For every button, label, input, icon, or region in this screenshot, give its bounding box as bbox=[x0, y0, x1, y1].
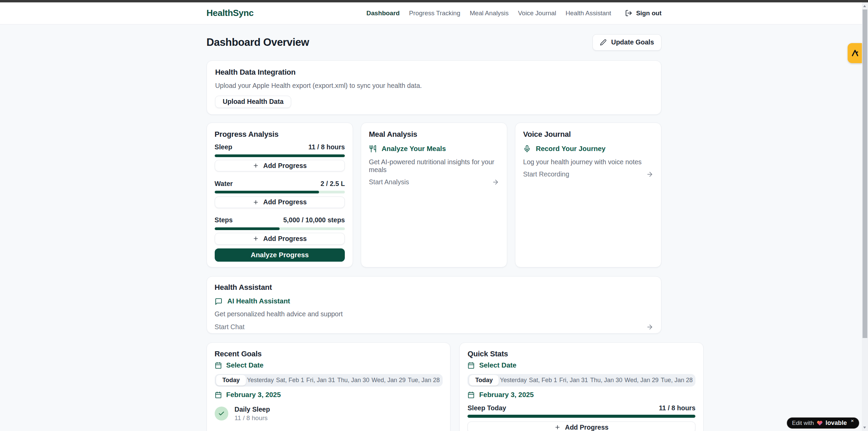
meal-analysis-card: Meal Analysis Analyze Your Meals Get AI-… bbox=[361, 123, 507, 267]
scrollbar-up-arrow[interactable] bbox=[863, 5, 866, 7]
tab-today[interactable]: Today bbox=[216, 375, 246, 386]
recent-goals-selected-date[interactable]: February 3, 2025 bbox=[215, 391, 443, 399]
analyze-your-meals-link[interactable]: Analyze Your Meals bbox=[369, 145, 499, 153]
tab-yesterday[interactable]: Yesterday bbox=[499, 375, 528, 386]
scrollbar-down-arrow[interactable] bbox=[863, 427, 866, 429]
plus-icon bbox=[554, 424, 561, 430]
tab-fri-jan-31[interactable]: Fri, Jan 31 bbox=[558, 375, 589, 386]
calendar-icon bbox=[467, 362, 475, 369]
sleep-today-progress-bar bbox=[467, 415, 695, 417]
health-assistant-title: Health Assistant bbox=[215, 283, 654, 292]
scrollbar-thumb[interactable] bbox=[863, 10, 868, 338]
tab-wed-jan-29[interactable]: Wed, Jan 29 bbox=[371, 375, 407, 386]
arrow-right-icon bbox=[492, 179, 499, 186]
sleep-value: 11 / 8 hours bbox=[308, 143, 345, 151]
tab-tue-jan-28[interactable]: Tue, Jan 28 bbox=[407, 375, 441, 386]
update-goals-button[interactable]: Update Goals bbox=[592, 34, 661, 51]
nav-health-assistant[interactable]: Health Assistant bbox=[566, 10, 611, 17]
check-icon bbox=[218, 410, 225, 417]
steps-value: 5,000 / 10,000 steps bbox=[283, 216, 345, 224]
sleep-add-progress-button[interactable]: Add Progress bbox=[215, 160, 345, 171]
tab-sat-feb-1[interactable]: Sat, Feb 1 bbox=[528, 375, 558, 386]
health-data-integration-card: Health Data Integration Upload your Appl… bbox=[207, 60, 661, 115]
sign-out-label: Sign out bbox=[636, 10, 661, 17]
health-assistant-card: Health Assistant AI Health Assistant Get… bbox=[207, 276, 661, 334]
tab-fri-jan-31[interactable]: Fri, Jan 31 bbox=[305, 375, 336, 386]
nav-dashboard[interactable]: Dashboard bbox=[367, 10, 400, 17]
progress-analysis-title: Progress Analysis bbox=[215, 130, 345, 139]
tab-wed-jan-29[interactable]: Wed, Jan 29 bbox=[623, 375, 660, 386]
utensils-icon bbox=[369, 145, 377, 153]
steps-add-progress-button[interactable]: Add Progress bbox=[215, 233, 345, 244]
microphone-icon bbox=[523, 145, 531, 153]
recent-goals-select-date[interactable]: Select Date bbox=[215, 361, 443, 369]
meal-analysis-description: Get AI-powered nutritional insights for … bbox=[369, 158, 499, 174]
goal-name: Daily Sleep bbox=[234, 406, 270, 413]
sign-out-button[interactable]: Sign out bbox=[625, 10, 661, 17]
quick-stats-selected-date[interactable]: February 3, 2025 bbox=[467, 391, 695, 399]
nav-progress-tracking[interactable]: Progress Tracking bbox=[409, 10, 460, 17]
main-content: Dashboard Overview Update Goals Health D… bbox=[0, 24, 868, 431]
quick-stats-card: Quick Stats Select Date Today Yesterday … bbox=[459, 342, 704, 431]
upload-health-data-button[interactable]: Upload Health Data bbox=[215, 96, 291, 108]
side-extension-badge[interactable] bbox=[848, 43, 862, 63]
quick-stats-date-tabs: Today Yesterday Sat, Feb 1 Fri, Jan 31 T… bbox=[467, 374, 695, 387]
record-your-journey-link[interactable]: Record Your Journey bbox=[523, 145, 654, 153]
water-add-progress-button[interactable]: Add Progress bbox=[215, 196, 345, 208]
nav-meal-analysis[interactable]: Meal Analysis bbox=[470, 10, 509, 17]
tab-today[interactable]: Today bbox=[469, 375, 499, 386]
voice-journal-title: Voice Journal bbox=[523, 130, 654, 139]
tab-thu-jan-30[interactable]: Thu, Jan 30 bbox=[589, 375, 623, 386]
main-nav: Dashboard Progress Tracking Meal Analysi… bbox=[367, 10, 662, 17]
pencil-icon bbox=[600, 39, 607, 46]
quick-stats-add-progress-button[interactable]: Add Progress bbox=[467, 421, 695, 431]
goal-list-item: Daily Sleep 11 / 8 hours bbox=[215, 406, 443, 422]
integration-description: Upload your Apple Health export (export.… bbox=[215, 82, 653, 90]
goal-value: 11 / 8 hours bbox=[234, 414, 270, 422]
meal-analysis-title: Meal Analysis bbox=[369, 130, 499, 139]
edit-with-label: Edit with bbox=[792, 420, 814, 427]
tab-tue-jan-28[interactable]: Tue, Jan 28 bbox=[660, 375, 694, 386]
nav-voice-journal[interactable]: Voice Journal bbox=[518, 10, 556, 17]
goal-completed-badge bbox=[215, 407, 229, 420]
steps-progress-bar bbox=[215, 227, 345, 230]
sleep-progress-group: Sleep 11 / 8 hours Add Progress bbox=[215, 143, 345, 171]
quick-stats-select-date[interactable]: Select Date bbox=[467, 361, 695, 369]
recent-goals-card: Recent Goals Select Date Today Yesterday… bbox=[207, 342, 451, 431]
arrow-right-icon bbox=[646, 171, 653, 178]
tab-yesterday[interactable]: Yesterday bbox=[246, 375, 275, 386]
health-assistant-description: Get personalized health advice and suppo… bbox=[215, 310, 654, 318]
site-header: HealthSync Dashboard Progress Tracking M… bbox=[0, 2, 868, 24]
page-title: Dashboard Overview bbox=[207, 36, 309, 49]
water-value: 2 / 2.5 L bbox=[321, 180, 345, 188]
ai-health-assistant-link[interactable]: AI Health Assistant bbox=[215, 297, 654, 305]
tab-thu-jan-30[interactable]: Thu, Jan 30 bbox=[336, 375, 370, 386]
water-label: Water bbox=[215, 180, 233, 188]
peak-logo-icon bbox=[851, 49, 859, 57]
calendar-icon bbox=[215, 391, 222, 398]
calendar-icon bbox=[215, 362, 222, 369]
voice-journal-card: Voice Journal Record Your Journey Log yo… bbox=[515, 123, 661, 267]
start-recording-action[interactable]: Start Recording bbox=[523, 170, 654, 178]
healthsync-app: HealthSync Dashboard Progress Tracking M… bbox=[0, 0, 868, 431]
sleep-label: Sleep bbox=[215, 143, 232, 151]
badge-close-icon[interactable]: × bbox=[851, 418, 854, 424]
sleep-today-label: Sleep Today bbox=[467, 404, 506, 412]
start-analysis-action[interactable]: Start Analysis bbox=[369, 178, 499, 186]
log-out-icon bbox=[625, 10, 632, 17]
page-scrollbar[interactable] bbox=[862, 2, 868, 431]
start-chat-action[interactable]: Start Chat bbox=[215, 323, 654, 331]
voice-journal-description: Log your health journey with voice notes bbox=[523, 158, 654, 166]
chat-bubble-icon bbox=[215, 298, 223, 305]
plus-icon bbox=[253, 163, 259, 169]
brand-logo[interactable]: HealthSync bbox=[207, 8, 254, 18]
recent-goals-title: Recent Goals bbox=[215, 350, 443, 358]
analyze-progress-button[interactable]: Analyze Progress bbox=[215, 248, 345, 262]
sleep-today-value: 11 / 8 hours bbox=[659, 404, 696, 412]
arrow-right-icon bbox=[646, 323, 653, 331]
water-progress-bar bbox=[215, 191, 345, 193]
edit-with-lovable-badge[interactable]: Edit with lovable × bbox=[787, 417, 859, 429]
tab-sat-feb-1[interactable]: Sat, Feb 1 bbox=[275, 375, 305, 386]
calendar-icon bbox=[467, 391, 475, 398]
steps-progress-group: Steps 5,000 / 10,000 steps Add Progress bbox=[215, 216, 345, 244]
